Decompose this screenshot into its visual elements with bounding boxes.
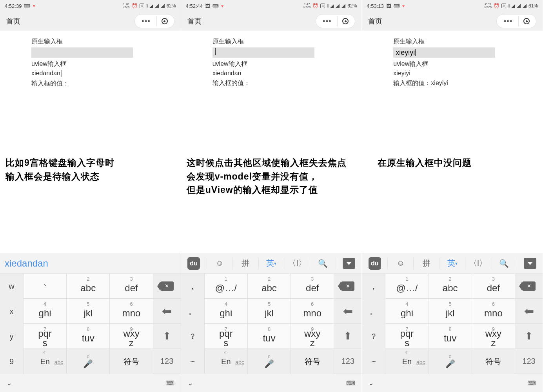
- key-1[interactable]: 1@…/: [205, 274, 248, 299]
- symbol-key[interactable]: 符号: [291, 349, 334, 374]
- emoji-icon[interactable]: ☺: [388, 258, 414, 269]
- side-key[interactable]: 。: [362, 299, 385, 324]
- keyboard-switch-icon[interactable]: ⌨: [346, 379, 355, 387]
- uview-input[interactable]: xieyiyi: [393, 70, 543, 77]
- key-7[interactable]: 7pqrs: [385, 324, 429, 349]
- key-9[interactable]: 9wxyz: [472, 324, 515, 349]
- key-8[interactable]: 8tuv: [429, 324, 472, 349]
- capsule-button[interactable]: •••: [134, 14, 174, 28]
- key-4[interactable]: 4ghi: [205, 299, 248, 324]
- native-input[interactable]: [31, 47, 133, 58]
- nav-title: 首页: [187, 16, 202, 26]
- key-6[interactable]: 6mno: [110, 299, 153, 324]
- side-key[interactable]: ，: [362, 274, 385, 299]
- key-5[interactable]: 5jkl: [67, 299, 110, 324]
- num-key[interactable]: 123: [153, 349, 181, 374]
- menu-dots-icon[interactable]: •••: [136, 16, 157, 26]
- search-icon[interactable]: 🔍: [310, 258, 336, 269]
- side-key[interactable]: ，: [181, 274, 205, 299]
- key-2[interactable]: 2abc: [429, 274, 472, 299]
- side-key[interactable]: ？: [181, 324, 205, 349]
- symbol-key[interactable]: 符号: [110, 349, 153, 374]
- key-9[interactable]: 9wxyz: [291, 324, 334, 349]
- lang-key[interactable]: 中Enabc: [205, 349, 248, 374]
- alarm-icon: ⏰: [132, 3, 138, 9]
- collapse-keyboard-icon[interactable]: ⌄: [187, 379, 193, 387]
- side-key[interactable]: 。: [181, 299, 205, 324]
- key-6[interactable]: 6mno: [472, 299, 515, 324]
- key-1[interactable]: 1@…/: [385, 274, 429, 299]
- side-key[interactable]: 9: [0, 349, 24, 374]
- key-4[interactable]: 4ghi: [385, 299, 429, 324]
- capsule-button[interactable]: •••: [316, 14, 356, 28]
- shift-key[interactable]: ⬆: [515, 324, 543, 349]
- mic-key[interactable]: 0🎤: [429, 349, 472, 374]
- num-key[interactable]: 123: [334, 349, 361, 374]
- mic-key[interactable]: 0🎤: [67, 349, 110, 374]
- backspace-key[interactable]: ✕: [334, 274, 361, 299]
- key-2[interactable]: 2abc: [248, 274, 291, 299]
- pinyin-mode[interactable]: 拼: [414, 258, 439, 269]
- key-3[interactable]: 3def: [110, 274, 153, 299]
- side-key[interactable]: ~: [181, 349, 205, 374]
- enter-key[interactable]: ⬅: [153, 299, 181, 324]
- enter-key[interactable]: ⬅: [515, 299, 543, 324]
- collapse-keyboard-icon[interactable]: ⌄: [368, 379, 374, 387]
- collapse-toolbar-icon[interactable]: [517, 258, 543, 269]
- lang-key[interactable]: 中Enabc: [385, 349, 429, 374]
- mic-key[interactable]: 0🎤: [248, 349, 291, 374]
- baidu-icon[interactable]: du: [362, 258, 388, 269]
- pinyin-mode[interactable]: 拼: [233, 258, 259, 269]
- side-key[interactable]: ~: [362, 349, 385, 374]
- collapse-keyboard-icon[interactable]: ⌄: [6, 379, 12, 387]
- side-key[interactable]: ？: [362, 324, 385, 349]
- key-8[interactable]: 8tuv: [67, 324, 110, 349]
- key-7[interactable]: 7pqrs: [205, 324, 248, 349]
- key-4[interactable]: 4ghi: [24, 299, 67, 324]
- menu-dots-icon[interactable]: •••: [498, 16, 519, 26]
- key-3[interactable]: 3def: [472, 274, 515, 299]
- candidate-word[interactable]: xiedandan: [0, 253, 181, 274]
- num-key[interactable]: 123: [515, 349, 543, 374]
- page-content: 原生输入框 xieyiyi uview输入框 xieyiyi 输入框的值：xie…: [362, 31, 543, 253]
- side-key[interactable]: w: [0, 274, 24, 299]
- symbol-key[interactable]: 符号: [472, 349, 515, 374]
- close-target-icon[interactable]: [519, 16, 534, 26]
- cursor-mode-icon[interactable]: 〈I〉: [284, 258, 310, 269]
- cursor-mode-icon[interactable]: 〈I〉: [465, 258, 491, 269]
- english-mode[interactable]: 英▾: [259, 258, 285, 269]
- collapse-toolbar-icon[interactable]: [336, 258, 361, 269]
- capsule-button[interactable]: •••: [496, 14, 536, 28]
- menu-dots-icon[interactable]: •••: [318, 16, 338, 26]
- close-target-icon[interactable]: [338, 16, 353, 26]
- enter-key[interactable]: ⬅: [334, 299, 361, 324]
- uview-input[interactable]: xiedandan: [212, 70, 362, 77]
- key-5[interactable]: 5jkl: [429, 299, 472, 324]
- key-2[interactable]: 2abc: [67, 274, 110, 299]
- key-7[interactable]: 7pqrs: [24, 324, 67, 349]
- native-input[interactable]: xieyiyi: [393, 47, 495, 58]
- baidu-icon[interactable]: du: [181, 258, 207, 269]
- key-3[interactable]: 3def: [291, 274, 334, 299]
- close-target-icon[interactable]: [157, 16, 173, 26]
- shift-key[interactable]: ⬆: [153, 324, 181, 349]
- side-key[interactable]: y: [0, 324, 24, 349]
- heart-icon: ♥: [221, 4, 224, 8]
- english-mode[interactable]: 英▾: [439, 258, 465, 269]
- key-1[interactable]: `: [24, 274, 67, 299]
- search-icon[interactable]: 🔍: [491, 258, 517, 269]
- key-9[interactable]: 9wxyz: [110, 324, 153, 349]
- keyboard-switch-icon[interactable]: ⌨: [527, 379, 536, 387]
- keyboard-switch-icon[interactable]: ⌨: [165, 379, 174, 387]
- key-6[interactable]: 6mno: [291, 299, 334, 324]
- key-8[interactable]: 8tuv: [248, 324, 291, 349]
- shift-key[interactable]: ⬆: [334, 324, 361, 349]
- native-input[interactable]: [212, 47, 314, 58]
- backspace-key[interactable]: ✕: [153, 274, 181, 299]
- key-5[interactable]: 5jkl: [248, 299, 291, 324]
- lang-key[interactable]: 中Enabc: [24, 349, 67, 374]
- backspace-key[interactable]: ✕: [515, 274, 543, 299]
- uview-input[interactable]: xiedandan: [31, 70, 181, 80]
- emoji-icon[interactable]: ☺: [207, 258, 233, 269]
- side-key[interactable]: x: [0, 299, 24, 324]
